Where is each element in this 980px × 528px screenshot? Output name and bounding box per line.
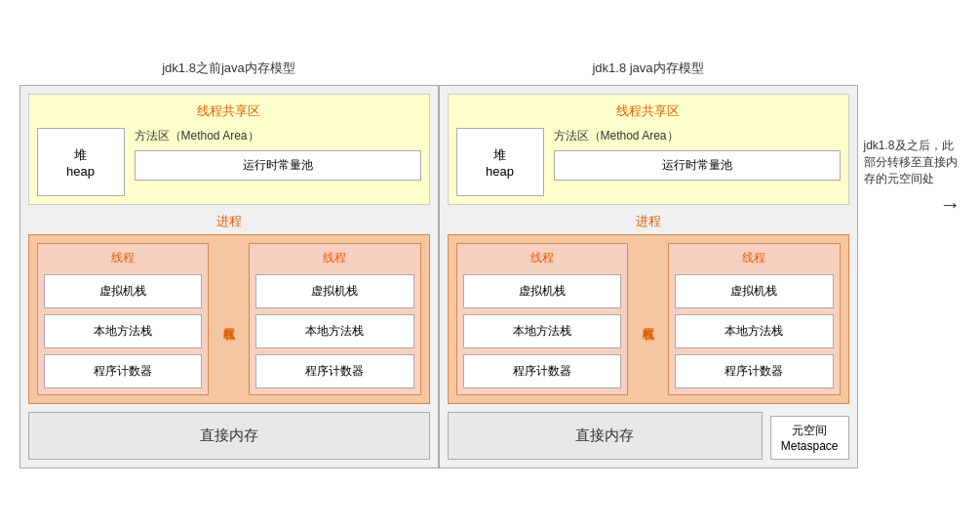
left-outer-box: 线程共享区 堆 heap 方法区（Method Area） 运行时常量池 进程 <box>20 85 439 468</box>
left-threads-container: 线程 虚拟机栈 本地方法栈 程序计数器 线程私有 线程 虚拟机栈 本地方法栈 程… <box>28 234 430 404</box>
left-heap-label: 堆 <box>74 146 87 164</box>
right-process-label: 进程 <box>448 213 849 230</box>
right-runtime-pool-label: 运行时常量池 <box>662 158 732 172</box>
right-metaspace-sublabel: Metaspace <box>781 439 839 453</box>
right-process-section: 进程 线程 虚拟机栈 本地方法栈 程序计数器 线程私有 线程 虚拟机栈 <box>448 213 849 404</box>
left-method-area-label: 方法区（Method Area） <box>135 128 421 144</box>
right-direct-memory: 直接内存 <box>448 412 763 460</box>
left-diagram: jdk1.8之前java内存模型 线程共享区 堆 heap 方法区（Method… <box>20 60 439 468</box>
right-private-label: 线程私有 <box>638 243 658 395</box>
right-diagram-title: jdk1.8 java内存模型 <box>592 60 703 77</box>
left-shared-label: 线程共享区 <box>37 102 421 120</box>
left-runtime-pool: 运行时常量池 <box>135 150 421 181</box>
left-program-counter1: 程序计数器 <box>44 354 203 388</box>
annotation-text: jdk1.8及之后，此部分转移至直接内存的元空间处 <box>864 138 961 186</box>
right-diagram: jdk1.8 java内存模型 线程共享区 堆 heap 方法区（Method … <box>439 60 858 468</box>
left-process-section: 进程 线程 虚拟机栈 本地方法栈 程序计数器 线程私有 线程 虚拟机栈 本地方法… <box>28 213 430 404</box>
right-panel: jdk1.8 java内存模型 线程共享区 堆 heap 方法区（Method … <box>439 60 961 468</box>
right-metaspace-label: 元空间 <box>781 423 839 439</box>
right-program-counter2: 程序计数器 <box>675 354 834 388</box>
left-program-counter2: 程序计数器 <box>255 354 414 388</box>
right-thread1: 线程 虚拟机栈 本地方法栈 程序计数器 <box>456 243 629 395</box>
left-direct-memory: 直接内存 <box>28 412 430 460</box>
left-diagram-title: jdk1.8之前java内存模型 <box>162 60 295 77</box>
left-vm-stack1: 虚拟机栈 <box>44 274 203 308</box>
left-shared-area: 线程共享区 堆 heap 方法区（Method Area） 运行时常量池 <box>28 94 430 205</box>
right-outer-box: 线程共享区 堆 heap 方法区（Method Area） 运行时常量池 <box>439 85 858 468</box>
right-runtime-pool: 运行时常量池 <box>554 150 841 181</box>
left-thread1: 线程 虚拟机栈 本地方法栈 程序计数器 <box>37 243 210 395</box>
left-process-label: 进程 <box>28 213 430 230</box>
right-shared-label: 线程共享区 <box>456 102 841 120</box>
right-direct-memory-row: 直接内存 元空间 Metaspace <box>448 412 849 460</box>
right-thread1-label: 线程 <box>463 250 622 266</box>
left-vm-stack2: 虚拟机栈 <box>255 274 414 308</box>
right-annotation-area: jdk1.8及之后，此部分转移至直接内存的元空间处 → <box>864 60 961 218</box>
right-thread2-label: 线程 <box>675 250 834 266</box>
right-program-counter1: 程序计数器 <box>463 354 622 388</box>
right-metaspace-box: 元空间 Metaspace <box>770 416 849 460</box>
right-heap-box: 堆 heap <box>456 128 544 196</box>
right-native-stack1: 本地方法栈 <box>463 314 622 348</box>
left-native-stack1: 本地方法栈 <box>44 314 203 348</box>
left-heap-sublabel: heap <box>66 164 95 179</box>
right-thread2: 线程 虚拟机栈 本地方法栈 程序计数器 <box>668 243 841 395</box>
arrow-icon: → <box>864 192 961 218</box>
left-native-stack2: 本地方法栈 <box>255 314 414 348</box>
right-vm-stack1: 虚拟机栈 <box>463 274 622 308</box>
right-shared-area: 线程共享区 堆 heap 方法区（Method Area） 运行时常量池 <box>448 94 849 205</box>
right-heap-label: 堆 <box>493 146 506 164</box>
left-thread1-label: 线程 <box>44 250 203 266</box>
left-thread2: 线程 虚拟机栈 本地方法栈 程序计数器 <box>249 243 421 395</box>
left-heap-box: 堆 heap <box>37 128 125 196</box>
right-vm-stack2: 虚拟机栈 <box>675 274 834 308</box>
left-private-label: 线程私有 <box>218 243 239 395</box>
right-native-stack2: 本地方法栈 <box>675 314 834 348</box>
left-runtime-pool-label: 运行时常量池 <box>243 158 313 172</box>
right-threads-container: 线程 虚拟机栈 本地方法栈 程序计数器 线程私有 线程 虚拟机栈 本地方法栈 程… <box>448 234 849 404</box>
right-heap-sublabel: heap <box>486 164 514 179</box>
left-thread2-label: 线程 <box>255 250 414 266</box>
right-method-area-label: 方法区（Method Area） <box>554 128 841 144</box>
